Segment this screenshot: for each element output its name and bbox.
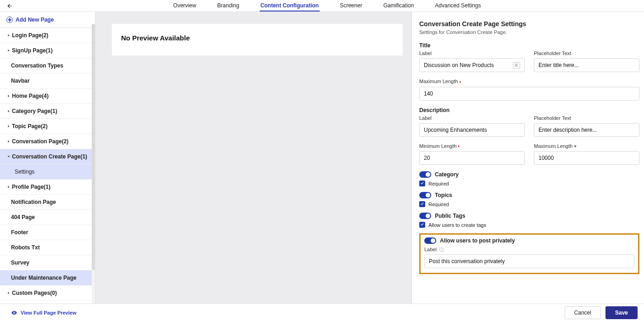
- tab-screener[interactable]: Screener: [339, 0, 363, 11]
- desc-label-input[interactable]: Upcoming Enhancements: [419, 123, 525, 137]
- sidebar-item-label: Robots Txt: [11, 244, 40, 251]
- section-description: Description: [419, 107, 639, 113]
- category-required-checkbox[interactable]: [419, 180, 425, 186]
- sidebar-item-label: Footer: [11, 229, 28, 236]
- private-label-input[interactable]: Post this conversation privately: [424, 254, 634, 268]
- sidebar-item-conversation-create-settings[interactable]: Settings: [0, 164, 95, 180]
- sidebar-item-label: Conversation Create Page(1): [12, 153, 87, 160]
- save-button[interactable]: Save: [605, 306, 638, 319]
- field-label: Label i: [424, 247, 634, 252]
- info-icon[interactable]: i: [439, 248, 444, 252]
- sidebar-item-notification-page[interactable]: Notification Page: [0, 195, 95, 210]
- no-preview-message: No Preview Available: [121, 34, 394, 42]
- topics-toggle[interactable]: [419, 192, 431, 198]
- sidebar-item-label: SignUp Page(1): [12, 47, 53, 54]
- footer-bar: View Full Page Preview Cancel Save: [0, 304, 644, 321]
- sidebar-item-conversation-types[interactable]: Conversation Types: [0, 58, 95, 73]
- sidebar-item-label: 404 Page: [11, 214, 35, 220]
- allow-create-tags-row: Allow users to create tags: [419, 222, 639, 228]
- sidebar-item-label: Category Page(1): [12, 108, 57, 114]
- allow-private-toggle[interactable]: [424, 237, 436, 244]
- sidebar-item-label: Custom Pages(0): [12, 290, 57, 296]
- sidebar-item-label: Login Page(2): [12, 32, 48, 39]
- field-label: Placeholder Text: [534, 51, 639, 56]
- sidebar-item-footer[interactable]: Footer: [0, 225, 95, 240]
- sidebar-item-settings[interactable]: Settings(1): [0, 301, 95, 304]
- sidebar: Add New Page Login Page(2) SignUp Page(1…: [0, 12, 95, 304]
- sidebar-item-signup-page[interactable]: SignUp Page(1): [0, 43, 95, 58]
- sidebar-item-under-maintenance-page[interactable]: Under Maintenance Page: [0, 270, 95, 286]
- tab-advanced-settings[interactable]: Advanced Settings: [434, 0, 482, 11]
- preview-area: No Preview Available: [95, 12, 412, 304]
- input-value: Enter description here...: [539, 127, 597, 133]
- preview-card: No Preview Available: [112, 24, 403, 56]
- tab-branding[interactable]: Branding: [217, 0, 240, 11]
- tab-gamification[interactable]: Gamification: [383, 0, 415, 11]
- field-label: Maximum Length: [534, 143, 639, 149]
- sidebar-item-label: Topic Page(2): [12, 123, 48, 130]
- category-toggle[interactable]: [419, 171, 431, 178]
- tab-content-configuration[interactable]: Content Configuration: [260, 0, 320, 11]
- cancel-button[interactable]: Cancel: [565, 306, 601, 319]
- sidebar-item-404-page[interactable]: 404 Page: [0, 210, 95, 225]
- input-value: Upcoming Enhancements: [424, 127, 487, 133]
- back-button[interactable]: [5, 1, 15, 11]
- desc-placeholder-input[interactable]: Enter description here...: [534, 123, 639, 137]
- desc-maxlength-input[interactable]: 10000: [534, 151, 639, 165]
- sidebar-item-survey[interactable]: Survey: [0, 255, 95, 270]
- view-preview-label: View Full Page Preview: [21, 310, 76, 315]
- sidebar-item-conversation-create-page[interactable]: Conversation Create Page(1): [0, 149, 95, 164]
- tab-bar: Overview Branding Content Configuration …: [15, 0, 639, 11]
- chevron-right-icon: [6, 139, 11, 144]
- arrow-left-icon: [6, 3, 13, 9]
- public-tags-toggle-row: Public Tags: [419, 213, 639, 219]
- public-tags-label: Public Tags: [435, 213, 465, 219]
- topics-required-checkbox[interactable]: [419, 201, 425, 207]
- sidebar-item-profile-page[interactable]: Profile Page(1): [0, 180, 95, 195]
- desc-minlength-input[interactable]: 20: [419, 151, 525, 165]
- eye-icon: [11, 310, 17, 316]
- tab-overview[interactable]: Overview: [172, 0, 197, 11]
- category-required-row: Required: [419, 180, 639, 186]
- sidebar-item-home-page[interactable]: Home Page(4): [0, 89, 95, 104]
- settings-subheading: Settings for Conversation Create Page.: [419, 29, 639, 35]
- sidebar-item-conversation-page[interactable]: Conversation Page(2): [0, 134, 95, 149]
- title-label-input[interactable]: Discussion on New Products: [419, 58, 525, 72]
- sidebar-item-label: Conversation Types: [11, 62, 63, 69]
- svg-rect-0: [515, 64, 517, 64]
- sidebar-item-topic-page[interactable]: Topic Page(2): [0, 119, 95, 134]
- sidebar-item-label: Survey: [11, 259, 29, 266]
- title-placeholder-input[interactable]: Enter title here...: [534, 58, 639, 72]
- sidebar-item-label: Navbar: [11, 78, 30, 84]
- sidebar-scrollbar[interactable]: [92, 24, 95, 304]
- view-full-page-preview-button[interactable]: View Full Page Preview: [11, 310, 76, 316]
- chevron-right-icon: [6, 185, 11, 189]
- required-label: Required: [428, 181, 449, 186]
- title-maxlength-input[interactable]: 140: [419, 87, 639, 101]
- private-label-field: Label i Post this conversation privately: [424, 247, 634, 268]
- sidebar-item-label: Home Page(4): [12, 93, 49, 99]
- sidebar-item-category-page[interactable]: Category Page(1): [0, 104, 95, 119]
- settings-panel: Conversation Create Page Settings Settin…: [412, 12, 644, 304]
- allow-create-tags-checkbox[interactable]: [419, 222, 425, 228]
- allow-create-tags-label: Allow users to create tags: [428, 222, 486, 228]
- public-tags-toggle[interactable]: [419, 213, 431, 219]
- sidebar-item-custom-pages[interactable]: Custom Pages(0): [0, 286, 95, 301]
- input-value: Discussion on New Products: [424, 62, 494, 68]
- private-label-text: Label: [424, 247, 437, 252]
- desc-placeholder-field: Placeholder Text Enter description here.…: [534, 115, 639, 137]
- chevron-right-icon: [6, 124, 11, 129]
- input-value: 10000: [539, 155, 554, 161]
- scrollbar-thumb[interactable]: [92, 24, 95, 270]
- footer-actions: Cancel Save: [565, 306, 638, 319]
- svg-rect-2: [515, 66, 517, 67]
- topics-required-row: Required: [419, 201, 639, 207]
- topics-toggle-row: Topics: [419, 192, 639, 198]
- sidebar-item-robots-txt[interactable]: Robots Txt: [0, 240, 95, 255]
- sidebar-item-navbar[interactable]: Navbar: [0, 73, 95, 89]
- settings-heading: Conversation Create Page Settings: [419, 20, 639, 28]
- title-placeholder-field: Placeholder Text Enter title here...: [534, 51, 639, 72]
- sidebar-item-login-page[interactable]: Login Page(2): [0, 28, 95, 43]
- add-new-page-button[interactable]: Add New Page: [0, 12, 95, 28]
- list-icon[interactable]: [513, 62, 520, 68]
